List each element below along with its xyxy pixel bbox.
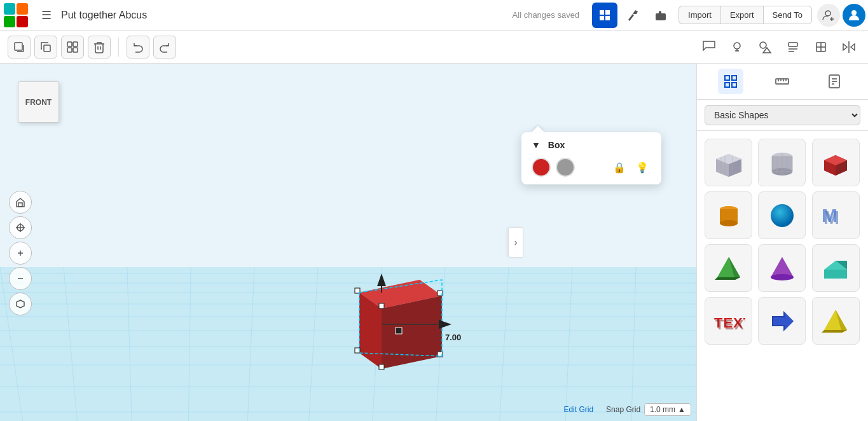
viewport[interactable]: 7.00 FRONT xyxy=(0,64,696,421)
sep1 xyxy=(118,38,119,57)
svg-rect-14 xyxy=(73,42,78,46)
property-popup: ▼ Box 🔒 💡 xyxy=(521,132,661,184)
svg-marker-131 xyxy=(822,330,847,333)
svg-rect-15 xyxy=(67,48,72,52)
shapes-grid: M M xyxy=(697,131,868,352)
action-buttons: Import Export Send To xyxy=(679,6,812,24)
shape-box-solid[interactable] xyxy=(812,139,860,186)
shape-arrow-blue[interactable] xyxy=(758,297,806,345)
panel-tab-note[interactable] xyxy=(822,69,847,94)
svg-rect-2 xyxy=(600,16,604,20)
shapes-icon[interactable] xyxy=(754,36,776,59)
user-avatar[interactable] xyxy=(843,4,865,27)
undo-btn[interactable] xyxy=(127,36,149,59)
shape-text-red[interactable]: TEXT TEXT xyxy=(705,297,752,345)
shape-cylinder[interactable] xyxy=(705,191,752,239)
nav-briefcase-btn[interactable] xyxy=(648,3,673,28)
bottom-bar: Edit Grid Snap Grid 1.0 mm ▲ xyxy=(563,403,691,416)
export-button[interactable]: Export xyxy=(720,6,763,24)
nav-icons-group xyxy=(592,3,673,28)
panel-collapse-btn[interactable]: › xyxy=(508,227,523,258)
panel-tab-grid[interactable] xyxy=(718,69,743,94)
shape-pyramid-green[interactable] xyxy=(705,244,752,292)
nav-controls xyxy=(9,191,32,315)
color-row: 🔒 💡 xyxy=(532,158,651,177)
delete-btn[interactable] xyxy=(88,36,111,59)
svg-rect-12 xyxy=(44,45,50,52)
svg-rect-81 xyxy=(732,76,736,80)
svg-rect-4 xyxy=(656,13,666,20)
svg-point-121 xyxy=(771,274,794,280)
svg-text:TEXT: TEXT xyxy=(715,317,745,333)
svg-marker-119 xyxy=(715,277,740,280)
svg-rect-82 xyxy=(725,83,729,87)
svg-rect-72 xyxy=(18,203,22,207)
snap-value-btn[interactable]: 1.0 mm ▲ xyxy=(644,403,691,416)
nav-grid-btn[interactable] xyxy=(592,3,617,28)
svg-rect-64 xyxy=(396,328,402,334)
help-light-icon[interactable]: 💡 xyxy=(633,158,651,176)
shape-text[interactable]: M M xyxy=(812,191,860,239)
svg-text:7.00: 7.00 xyxy=(445,333,461,342)
svg-point-8 xyxy=(851,10,857,15)
front-view-label[interactable]: FRONT xyxy=(18,81,59,123)
lock-icon[interactable]: 🔒 xyxy=(610,158,628,176)
shape-selector: Basic Shapes xyxy=(697,100,868,131)
snap-grid-control: Snap Grid 1.0 mm ▲ xyxy=(606,403,691,416)
import-button[interactable]: Import xyxy=(679,6,720,24)
color-solid-btn[interactable] xyxy=(532,158,551,177)
svg-rect-1 xyxy=(605,10,610,15)
shape-box-stripes[interactable] xyxy=(705,139,752,186)
svg-marker-79 xyxy=(17,300,24,308)
svg-rect-9 xyxy=(15,43,22,50)
mirror-icon[interactable] xyxy=(837,36,860,59)
isometric-view-btn[interactable] xyxy=(9,293,32,315)
svg-point-114 xyxy=(771,204,794,227)
svg-rect-80 xyxy=(725,76,729,80)
comment-icon[interactable] xyxy=(698,36,720,59)
right-panel: Basic Shapes xyxy=(696,64,868,421)
shape-cone-purple[interactable] xyxy=(758,244,806,292)
shape-cylinder-stripes[interactable] xyxy=(758,139,806,186)
svg-marker-128 xyxy=(773,312,793,330)
svg-point-5 xyxy=(825,11,830,16)
svg-rect-13 xyxy=(67,42,72,46)
workplane-icon[interactable] xyxy=(809,36,832,59)
svg-rect-83 xyxy=(732,83,736,87)
send-to-button[interactable]: Send To xyxy=(763,6,812,24)
svg-rect-3 xyxy=(605,16,610,20)
zoom-in-btn[interactable] xyxy=(9,242,32,265)
svg-rect-0 xyxy=(600,10,604,15)
redo-btn[interactable] xyxy=(153,36,176,59)
navbar: ☰ Put together Abcus All changes saved I… xyxy=(0,0,868,31)
add-user-button[interactable] xyxy=(817,4,840,27)
svg-text:M: M xyxy=(823,207,839,228)
svg-rect-59 xyxy=(379,303,384,308)
shape-pyramid-yellow[interactable] xyxy=(812,297,860,345)
fit-view-btn[interactable] xyxy=(9,216,32,239)
popup-title: Box xyxy=(548,140,565,150)
shape-category-select[interactable]: Basic Shapes xyxy=(705,105,860,125)
toolbar-right xyxy=(698,36,860,59)
svg-marker-122 xyxy=(824,270,847,279)
copy-btn[interactable] xyxy=(34,36,57,59)
group-btn[interactable] xyxy=(61,36,84,59)
color-hole-btn[interactable] xyxy=(556,158,575,177)
home-view-btn[interactable] xyxy=(9,191,32,214)
document-icon[interactable]: ☰ xyxy=(37,6,56,25)
copy-workplane-btn[interactable] xyxy=(8,36,31,59)
popup-collapse-btn[interactable]: ▼ xyxy=(532,140,541,150)
shape-roof-teal[interactable] xyxy=(812,244,860,292)
panel-tab-ruler[interactable] xyxy=(769,69,795,94)
popup-header: ▼ Box xyxy=(532,140,651,150)
zoom-out-btn[interactable] xyxy=(9,267,32,290)
logo[interactable] xyxy=(0,0,32,31)
align-icon[interactable] xyxy=(782,36,804,59)
snap-grid-label: Snap Grid xyxy=(606,405,640,414)
svg-rect-16 xyxy=(73,48,78,52)
light-icon[interactable] xyxy=(726,36,748,59)
nav-hammer-btn[interactable] xyxy=(620,3,645,28)
edit-grid-btn[interactable]: Edit Grid xyxy=(563,405,593,414)
shape-sphere[interactable] xyxy=(758,191,806,239)
svg-marker-29 xyxy=(0,267,696,421)
